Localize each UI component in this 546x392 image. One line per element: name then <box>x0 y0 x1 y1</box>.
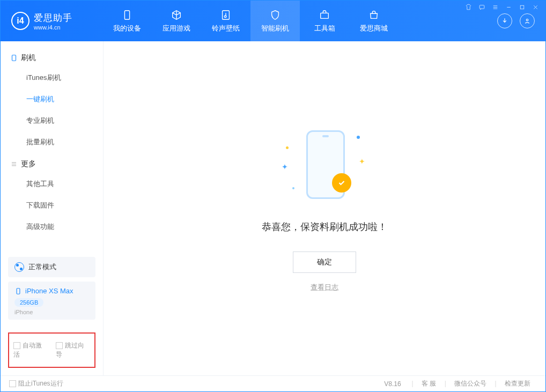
sidebar-item-onekey[interactable]: 一键刷机 <box>1 88 103 110</box>
svg-point-2 <box>224 16 226 18</box>
device-capacity: 256GB <box>14 298 43 307</box>
mode-label: 正常模式 <box>28 262 56 272</box>
support-link[interactable]: 客 服 <box>415 380 442 387</box>
body: 刷机 iTunes刷机 一键刷机 专业刷机 批量刷机 更多 其他工具 下载固件 … <box>1 41 545 375</box>
skip-wizard-checkbox[interactable]: 跳过向导 <box>56 341 91 359</box>
sidebar-item-pro[interactable]: 专业刷机 <box>1 110 103 131</box>
sidebar-footer: 正常模式 iPhone XS Max 256GB iPhone 自动激活 跳过向… <box>1 253 103 375</box>
sidebar-item-firmware[interactable]: 下载固件 <box>1 195 103 216</box>
tab-store[interactable]: 爱思商城 <box>349 1 399 41</box>
status-links: | 客 服 | 微信公众号 | 检查更新 <box>412 379 537 388</box>
sparkle-icon <box>286 146 289 149</box>
svg-rect-3 <box>321 13 329 18</box>
section-label: 更多 <box>21 159 36 169</box>
tab-flash[interactable]: 智能刷机 <box>250 1 300 41</box>
view-log-link[interactable]: 查看日志 <box>311 283 338 292</box>
sidebar-section-more: 更多 <box>1 153 103 173</box>
status-left: 阻止iTunes运行 <box>9 379 384 388</box>
menu-icon[interactable] <box>492 4 499 11</box>
svg-rect-8 <box>17 288 20 294</box>
mode-icon <box>14 262 24 272</box>
tab-my-device[interactable]: 我的设备 <box>102 1 152 41</box>
version-label: V8.16 <box>384 380 401 388</box>
logo-text: 爱思助手 www.i4.cn <box>34 12 72 31</box>
success-message: 恭喜您，保资料刷机成功啦！ <box>262 220 387 233</box>
sidebar-item-advanced[interactable]: 高级功能 <box>1 216 103 238</box>
list-icon <box>10 160 18 168</box>
tab-ringtones[interactable]: 铃声壁纸 <box>201 1 250 41</box>
auto-activate-checkbox[interactable]: 自动激活 <box>13 341 48 359</box>
device-type: iPhone <box>14 309 89 315</box>
tab-label: 我的设备 <box>113 24 141 33</box>
sparkle-icon <box>292 187 294 189</box>
main-content: ✦ ✦ 恭喜您，保资料刷机成功啦！ 确定 查看日志 <box>104 41 545 375</box>
tab-apps[interactable]: 应用游戏 <box>152 1 201 41</box>
tab-toolbox[interactable]: 工具箱 <box>300 1 349 41</box>
download-button[interactable] <box>497 13 512 28</box>
svg-point-4 <box>526 19 528 21</box>
app-title: 爱思助手 <box>34 12 72 24</box>
maximize-icon[interactable] <box>519 4 526 11</box>
svg-rect-7 <box>12 55 16 61</box>
user-button[interactable] <box>520 13 535 28</box>
phone-small-icon <box>14 287 22 295</box>
app-logo-icon: i4 <box>11 12 29 30</box>
sidebar-item-batch[interactable]: 批量刷机 <box>1 131 103 153</box>
success-illustration: ✦ ✦ <box>282 125 367 205</box>
tab-label: 智能刷机 <box>261 24 289 33</box>
sidebar-item-itunes[interactable]: iTunes刷机 <box>1 67 103 88</box>
device-icon <box>121 9 134 21</box>
tab-label: 工具箱 <box>314 24 335 33</box>
wechat-link[interactable]: 微信公众号 <box>448 380 493 387</box>
sparkle-icon <box>357 136 360 139</box>
svg-rect-0 <box>124 11 129 20</box>
logo-area: i4 爱思助手 www.i4.cn <box>1 12 102 31</box>
header-right <box>497 13 545 28</box>
tab-label: 铃声壁纸 <box>212 24 240 33</box>
store-icon <box>367 9 380 21</box>
tab-label: 应用游戏 <box>163 24 190 33</box>
music-icon <box>219 9 232 21</box>
main-tabs: 我的设备 应用游戏 铃声壁纸 智能刷机 工具箱 爱思商城 <box>102 1 497 41</box>
check-update-link[interactable]: 检查更新 <box>498 380 537 387</box>
star-icon: ✦ <box>282 162 288 171</box>
app-header: i4 爱思助手 www.i4.cn 我的设备 应用游戏 铃声壁纸 智能刷机 工具… <box>1 1 545 41</box>
sidebar-section-flash: 刷机 <box>1 47 103 67</box>
cube-icon <box>170 9 183 21</box>
sidebar-content: 刷机 iTunes刷机 一键刷机 专业刷机 批量刷机 更多 其他工具 下载固件 … <box>1 41 103 253</box>
shield-icon <box>269 9 282 21</box>
app-subtitle: www.i4.cn <box>34 24 72 31</box>
toolbox-icon <box>318 9 331 21</box>
svg-rect-6 <box>520 5 524 9</box>
device-name: iPhone XS Max <box>25 287 73 295</box>
phone-outline-icon <box>10 54 18 62</box>
window-controls <box>465 4 539 11</box>
block-itunes-checkbox[interactable]: 阻止iTunes运行 <box>9 380 63 387</box>
sidebar-item-other[interactable]: 其他工具 <box>1 173 103 195</box>
section-label: 刷机 <box>21 53 36 63</box>
close-icon[interactable] <box>532 4 539 11</box>
options-highlight: 自动激活 跳过向导 <box>8 332 95 368</box>
skin-icon[interactable] <box>465 4 472 11</box>
minimize-icon[interactable] <box>505 4 512 11</box>
mode-card[interactable]: 正常模式 <box>8 257 95 277</box>
sidebar: 刷机 iTunes刷机 一键刷机 专业刷机 批量刷机 更多 其他工具 下载固件 … <box>1 41 104 375</box>
tab-label: 爱思商城 <box>360 24 388 33</box>
device-name-row: iPhone XS Max <box>14 287 89 295</box>
checkmark-badge-icon <box>332 173 351 193</box>
svg-rect-5 <box>479 5 484 9</box>
ok-button[interactable]: 确定 <box>293 252 356 273</box>
star-icon: ✦ <box>359 157 365 166</box>
status-bar: 阻止iTunes运行 V8.16 | 客 服 | 微信公众号 | 检查更新 <box>1 375 545 391</box>
feedback-icon[interactable] <box>478 4 485 11</box>
device-card[interactable]: iPhone XS Max 256GB iPhone <box>8 282 95 320</box>
